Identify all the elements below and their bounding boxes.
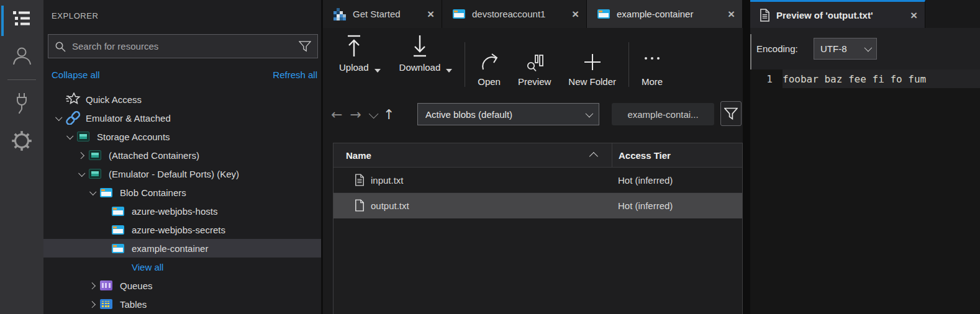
download-dropdown-caret[interactable] [446,69,452,73]
tree-item-storage-accounts[interactable]: Storage Accounts [43,127,321,146]
resource-tree: Quick Access Emulator & Attached Storage… [43,90,321,313]
tab-get-started[interactable]: Get Started × [323,0,442,28]
search-icon [55,41,66,52]
tree-item-azure-webjobs-hosts[interactable]: azure-webjobs-hosts [43,202,321,220]
forward-arrow-icon[interactable]: → [350,108,361,122]
tab-preview-output-txt[interactable]: Preview of 'output.txt' × [750,0,925,28]
storage-account-icon [89,150,101,160]
filter-button[interactable] [720,101,742,126]
path-input[interactable]: example-contai... [612,103,714,125]
close-icon[interactable]: × [419,8,434,20]
upload-dropdown-caret[interactable] [374,69,381,73]
table-row-output-txt[interactable]: output.txt Hot (inferred) [333,193,742,218]
code-line: 1 foobar baz fee fi fo fum [750,70,980,88]
chevron-down-icon[interactable] [55,114,62,121]
encoding-dropdown[interactable]: UTF-8 [814,38,877,60]
preview-magnifier-icon [526,42,543,72]
preview-button[interactable]: Preview [518,28,551,94]
chevron-down-icon[interactable] [369,109,379,119]
chevron-right-icon[interactable] [89,301,96,308]
activity-bar-divider [7,79,36,80]
chevron-down-icon[interactable] [66,133,73,140]
chevron-right-icon[interactable] [78,152,84,159]
column-header-name[interactable]: Name [333,143,612,167]
account-view-button[interactable] [0,37,43,74]
blob-toolbar: Upload Download Open [323,28,743,94]
up-arrow-icon[interactable]: ↑ [383,108,394,122]
new-folder-button[interactable]: New Folder [568,28,616,94]
document-lines-icon [355,174,365,186]
plug-icon [12,92,31,115]
tree-item-emulator-default-ports[interactable]: (Emulator - Default Ports) (Key) [43,164,321,183]
link-icon [66,111,83,125]
open-button[interactable]: Open [478,28,501,94]
blob-state-dropdown[interactable]: Active blobs (default) [417,103,599,125]
tree-item-attached-containers[interactable]: (Attached Containers) [43,146,321,164]
more-button[interactable]: More [642,28,663,94]
tree-item-blob-containers[interactable]: Blob Containers [43,183,321,202]
close-icon[interactable]: × [563,8,579,20]
tree-item-quick-access[interactable]: Quick Access [43,90,321,109]
settings-button[interactable] [0,122,43,159]
toolbar-separator [628,42,629,87]
document-lines-icon [760,9,770,22]
tree-item-view-all[interactable]: View all [43,258,321,276]
chevron-right-icon[interactable] [89,282,96,289]
blob-container-icon [100,188,112,197]
explorer-panel: EXPLORER Collapse all Refresh all [43,0,321,314]
tab-example-container[interactable]: example-container × [587,0,743,28]
collapse-all-link[interactable]: Collapse all [52,70,100,80]
file-preview-editor: 1 foobar baz fee fi fo fum [750,70,980,314]
column-header-access-tier[interactable]: Access Tier [612,143,742,167]
chevron-down-icon [586,109,594,117]
document-blank-icon [355,199,365,212]
download-button[interactable]: Download [399,28,441,80]
blob-container-icon [112,225,124,235]
storage-account-icon [77,132,89,141]
plus-icon [583,42,602,72]
line-text: foobar baz fee fi fo fum [783,70,980,88]
blob-container-icon [453,9,465,19]
blob-list-table: Name Access Tier input.txt Hot (inferred… [333,143,743,314]
get-started-icon [333,8,346,20]
account-person-icon [11,45,32,66]
tree-item-example-container[interactable]: example-container [43,239,321,258]
upload-arrow-icon [346,28,362,58]
connect-view-button[interactable] [0,85,43,122]
close-icon[interactable]: × [902,9,917,21]
encoding-label: Encoding: [756,43,798,54]
explorer-panel-title: EXPLORER [43,0,321,34]
quick-access-star-icon [66,92,83,106]
blob-navigation-row: ← → ↑ Active blobs (default) example-con… [323,94,743,143]
activity-bar [0,0,43,314]
table-row-input-txt[interactable]: input.txt Hot (inferred) [333,168,742,193]
upload-button[interactable]: Upload [339,28,369,80]
search-filter-icon[interactable] [299,41,311,52]
blob-container-icon [112,244,124,253]
toolbar-separator [465,42,465,87]
tree-item-emulator-attached[interactable]: Emulator & Attached [43,109,321,127]
filter-funnel-icon [724,107,738,120]
resource-search-box[interactable] [48,34,318,58]
editor-tab-bar: Get Started × devstoreaccount1 × example… [323,0,743,28]
chevron-down-icon[interactable] [78,170,85,177]
search-input[interactable] [71,40,299,52]
open-curved-arrow-icon [479,42,499,72]
active-view-indicator [1,6,4,36]
tree-item-queues[interactable]: Queues [43,276,321,295]
tab-devstoreaccount1[interactable]: devstoreaccount1 × [442,0,587,28]
tree-item-tables[interactable]: Tables [43,295,321,313]
chevron-down-icon[interactable] [89,189,96,195]
back-arrow-icon[interactable]: ← [331,108,342,122]
close-icon[interactable]: × [719,8,735,20]
table-header-row: Name Access Tier [333,143,742,168]
explorer-view-button[interactable] [0,0,43,37]
download-arrow-icon [412,28,428,58]
chevron-down-icon [864,44,873,52]
queue-icon [100,280,112,290]
tree-item-azure-webjobs-secrets[interactable]: azure-webjobs-secrets [43,220,321,239]
explorer-list-icon [12,10,31,27]
refresh-all-link[interactable]: Refresh all [273,70,317,80]
editor-group-separator[interactable] [743,0,750,314]
settings-gear-icon [11,130,32,151]
